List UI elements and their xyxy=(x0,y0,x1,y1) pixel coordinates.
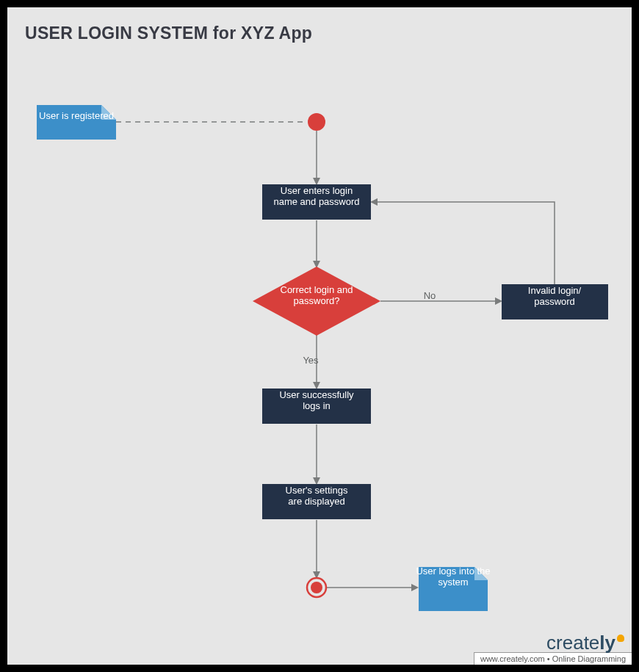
diagram-canvas: USER LOGIN SYSTEM for XYZ App No Yes xyxy=(0,0,639,672)
svg-text:User enters loginname and pass: User enters loginname and password xyxy=(273,185,359,207)
brand-pre: create xyxy=(546,632,599,654)
svg-text:User's settingsare displayed: User's settingsare displayed xyxy=(286,485,348,507)
end-node xyxy=(307,578,326,597)
edge-label-yes: Yes xyxy=(303,355,319,366)
footer: creately www.creately.com • Online Diagr… xyxy=(474,633,632,665)
process-invalid-login: Invalid login/password xyxy=(502,284,608,319)
brand-post: ly xyxy=(599,632,615,654)
edge-label-no: No xyxy=(424,290,436,301)
connector-invalid-enter xyxy=(372,202,555,284)
lightbulb-icon xyxy=(617,635,624,642)
flowchart-svg: No Yes User is registered User enters lo… xyxy=(7,7,632,665)
process-login-success: User successfullylogs in xyxy=(262,389,371,424)
process-settings-displayed: User's settingsare displayed xyxy=(262,484,371,519)
svg-text:User is registered: User is registered xyxy=(39,110,114,121)
brand-logo: creately xyxy=(474,633,632,652)
note-user-logs-in: User logs into thesystem xyxy=(416,566,490,612)
note-user-registered: User is registered xyxy=(37,105,116,140)
process-enter-credentials: User enters loginname and password xyxy=(262,184,371,220)
start-node xyxy=(308,113,325,131)
svg-text:Invalid login/password: Invalid login/password xyxy=(528,285,582,307)
svg-point-12 xyxy=(311,582,322,593)
decision-correct-credentials: Correct login andpassword? xyxy=(253,267,380,336)
footer-tagline: www.creately.com • Online Diagramming xyxy=(474,652,632,665)
